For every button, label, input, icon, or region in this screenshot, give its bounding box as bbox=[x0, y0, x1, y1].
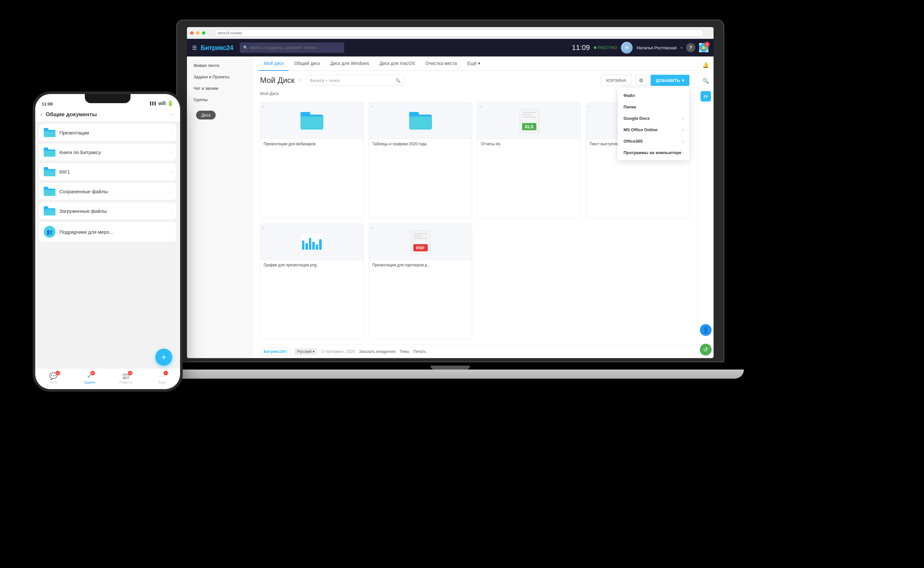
file-menu-dots-5: ≡ bbox=[262, 226, 264, 230]
phone-chevron-5: › bbox=[170, 229, 172, 234]
browser-minimize-btn[interactable] bbox=[196, 31, 199, 35]
file-card-png[interactable]: ≡ Г bbox=[260, 224, 363, 340]
dropdown-item-office365[interactable]: Office365 › bbox=[618, 136, 689, 147]
search-bar[interactable]: 🔍 bbox=[240, 42, 344, 53]
dropdown-item-folder[interactable]: Папка bbox=[618, 101, 689, 113]
file-card-pdf[interactable]: ≡ PDF bbox=[369, 224, 472, 340]
file-menu-dots-3: ≡ bbox=[479, 105, 482, 108]
phone-tab-news[interactable]: 📰 20 Новости bbox=[108, 372, 144, 385]
right-user-icon[interactable]: 👤 bbox=[700, 324, 711, 336]
time-display: 11:09 bbox=[572, 44, 590, 52]
right-24-badge[interactable]: 24 bbox=[701, 91, 711, 101]
chevron-right-icon-4: › bbox=[682, 151, 684, 155]
basket-button[interactable]: КОРЗИНА bbox=[601, 75, 632, 86]
user-avatar: Н bbox=[621, 42, 633, 54]
tab-windows-disk[interactable]: Диск для Windows bbox=[325, 56, 375, 71]
phone-bottom-tabs: 💬 15 Чаты ✓ 87 Задачи 📰 20 bbox=[35, 368, 180, 389]
phone-more-badge: 2 bbox=[163, 371, 168, 375]
sidebar: Живая лента Задачи и Проекты Чат и звонк… bbox=[187, 56, 252, 358]
sidebar-item-tasks[interactable]: Задачи и Проекты bbox=[187, 71, 252, 83]
phone-list-item-0[interactable]: Презентации › bbox=[39, 124, 176, 141]
phone-tab-more[interactable]: ⋯ 2 Ещё bbox=[144, 372, 180, 385]
right-search-icon[interactable]: 🔍 bbox=[701, 76, 711, 86]
sidebar-item-chat[interactable]: Чат и звонки bbox=[187, 83, 252, 94]
sidebar-item-groups[interactable]: Группы bbox=[187, 94, 252, 106]
file-card-folder1[interactable]: ≡ Презентации для вебинаров bbox=[260, 103, 363, 218]
signal-icon: ▌▌▌ bbox=[150, 101, 157, 105]
file-name-5: График для презентации.png bbox=[260, 260, 363, 270]
hamburger-icon[interactable]: ☰ bbox=[192, 45, 197, 51]
phone-tab-label-more: Ещё bbox=[158, 381, 165, 384]
right-bell-icon[interactable]: 🔔 bbox=[701, 60, 711, 70]
laptop-screen: bitrix24.ru/disk/ ☰ Битрикс24 🔍 11:09 bbox=[187, 27, 713, 358]
phone-list-item-2[interactable]: RIF1 › bbox=[39, 163, 176, 180]
tab-more[interactable]: Ещё ▾ bbox=[462, 56, 485, 71]
phone-more-button[interactable]: ··· bbox=[170, 111, 175, 118]
notification-button[interactable]: 🔔 2 bbox=[699, 43, 708, 52]
add-button[interactable]: ДОБАВИТЬ ▾ Файл Папка bbox=[651, 75, 689, 86]
phone-container: 11:09 ▌▌▌ wifi 🔋 ‹ Общие документы ··· bbox=[33, 91, 183, 392]
file-preview-folder2: ≡ bbox=[369, 103, 472, 139]
tab-cleanup[interactable]: Очистка места bbox=[420, 56, 462, 71]
chevron-right-icon-3: › bbox=[682, 139, 684, 143]
app-container: ☰ Битрикс24 🔍 11:09 РАБОТАЮ bbox=[187, 39, 713, 358]
phone-notch bbox=[85, 94, 131, 103]
tab-shared-disk[interactable]: Общий диск bbox=[289, 56, 325, 71]
status-badge: РАБОТАЮ bbox=[594, 45, 617, 50]
footer-link-print[interactable]: Печать bbox=[413, 349, 426, 354]
dropdown-item-programs[interactable]: Программы на компьютере › bbox=[618, 147, 689, 158]
dropdown-item-file[interactable]: Файл bbox=[618, 90, 689, 101]
phone-title: Общие документы bbox=[46, 111, 167, 118]
phone-tab-tasks[interactable]: ✓ 87 Задачи bbox=[71, 372, 108, 385]
right-refresh-icon[interactable]: ↺ bbox=[700, 344, 711, 355]
phone-chat-icon: 💬 15 bbox=[49, 372, 57, 380]
chevron-down-icon[interactable]: ▾ bbox=[681, 46, 682, 50]
phone-fab-button[interactable]: + bbox=[155, 349, 172, 366]
search-icon: 🔍 bbox=[243, 45, 248, 50]
battery-icon: 🔋 bbox=[167, 100, 173, 106]
phone-list-item-3[interactable]: Сохраненные файлы › bbox=[39, 183, 176, 200]
phone-chevron-3: › bbox=[170, 189, 172, 194]
phone-tab-chats[interactable]: 💬 15 Чаты bbox=[35, 372, 71, 385]
file-card-folder2[interactable]: ≡ Таблицы и графики 2020 года bbox=[369, 103, 472, 218]
phone-folder-icon-1 bbox=[44, 148, 56, 157]
footer-language-selector[interactable]: Русский ▾ bbox=[294, 348, 317, 355]
help-button[interactable]: ? bbox=[686, 43, 695, 52]
toolbar: Мой Диск ☆ Фильтр + поиск 🔍 КОРЗИНА ⚙ bbox=[252, 71, 697, 90]
phone-list-item-1[interactable]: Книги по Битриксу › bbox=[39, 144, 176, 161]
phone-folder-icon-4 bbox=[44, 206, 56, 216]
search-input[interactable] bbox=[250, 45, 341, 50]
phone-tasks-icon: ✓ 87 bbox=[87, 372, 92, 380]
tab-my-disk[interactable]: Мой диск bbox=[259, 56, 289, 71]
file-card-xls[interactable]: ≡ XLS bbox=[477, 103, 581, 218]
filter-placeholder: Фильтр + поиск bbox=[310, 78, 340, 83]
laptop-notch bbox=[431, 366, 470, 370]
sidebar-item-disk[interactable]: Диск bbox=[196, 111, 216, 119]
file-preview-folder1: ≡ bbox=[260, 103, 363, 139]
star-icon[interactable]: ☆ bbox=[297, 77, 303, 84]
file-menu-dots-2: ≡ bbox=[371, 105, 373, 108]
footer-link-themes[interactable]: Темы bbox=[400, 349, 410, 354]
dropdown-item-ms-office[interactable]: MS Office Online › bbox=[618, 124, 689, 136]
settings-button[interactable]: ⚙ bbox=[636, 75, 647, 86]
phone-list-item-5[interactable]: 👥 Подрядчики для меро... › bbox=[39, 222, 176, 242]
browser-close-btn[interactable] bbox=[190, 31, 193, 35]
file-menu-dots: ≡ bbox=[262, 105, 264, 108]
dropdown-item-google-docs[interactable]: Google Docs › bbox=[618, 113, 689, 124]
file-menu-dots-4: ≡ bbox=[588, 105, 590, 108]
png-chart-icon bbox=[300, 233, 323, 251]
browser-url-bar[interactable]: bitrix24.ru/disk/ bbox=[214, 29, 704, 36]
tab-macos-disk[interactable]: Диск для macOS bbox=[374, 56, 420, 71]
filter-bar[interactable]: Фильтр + поиск 🔍 bbox=[306, 75, 404, 86]
browser-maximize-btn[interactable] bbox=[202, 31, 205, 35]
phone-chevron-1: › bbox=[170, 150, 172, 155]
footer-link-order[interactable]: Заказать внедрение bbox=[359, 349, 396, 354]
phone-list-item-4[interactable]: Загруженные файлы › bbox=[39, 202, 176, 219]
top-nav: ☰ Битрикс24 🔍 11:09 РАБОТАЮ bbox=[187, 39, 713, 56]
phone-chevron-4: › bbox=[170, 208, 172, 213]
page-title: Мой Диск bbox=[260, 76, 295, 85]
folder-icon-1 bbox=[300, 112, 323, 130]
sidebar-item-feed[interactable]: Живая лента bbox=[187, 60, 252, 71]
phone-back-button[interactable]: ‹ bbox=[41, 111, 42, 118]
phone-news-badge: 20 bbox=[128, 371, 133, 375]
